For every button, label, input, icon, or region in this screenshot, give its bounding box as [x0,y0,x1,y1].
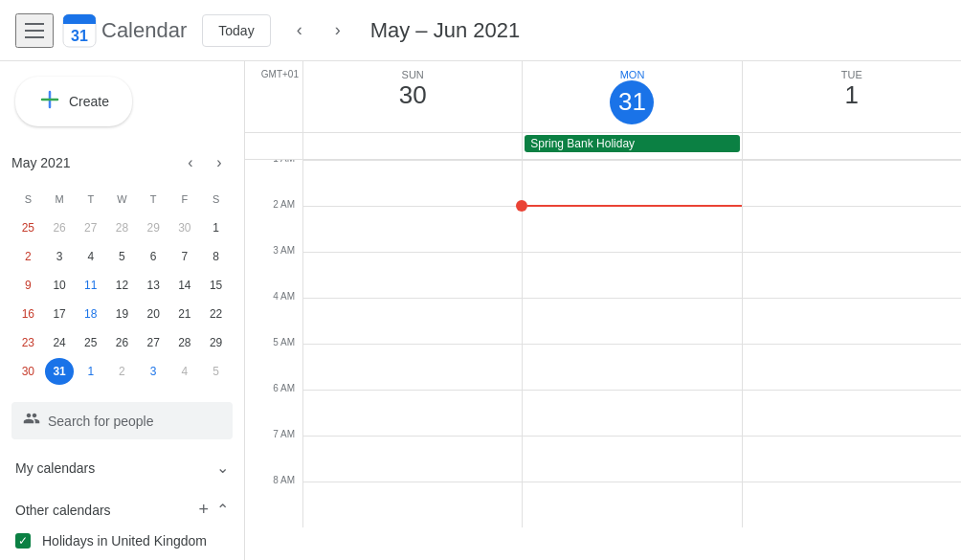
day-header-mon: MON 31 [522,61,741,132]
mini-cal-day[interactable]: 29 [139,214,168,241]
mini-cal-weekday: W [107,186,137,213]
mini-cal-day[interactable]: 7 [170,243,200,270]
mini-cal-day[interactable]: 27 [139,329,168,356]
mini-cal-day[interactable]: 6 [139,243,168,270]
prev-button[interactable]: ‹ [282,13,317,48]
mini-cal-day[interactable]: 18 [76,301,105,327]
search-people[interactable]: Search for people [11,402,233,439]
menu-button[interactable] [15,13,54,48]
mini-cal-day[interactable]: 5 [107,243,137,270]
day-header-tue: TUE 1 [742,61,961,132]
day-num-sun: 30 [303,80,522,110]
mini-cal-day[interactable]: 14 [170,272,200,299]
mini-cal-day[interactable]: 1 [201,214,231,241]
time-cell[interactable] [522,390,741,436]
mini-cal-day[interactable]: 4 [76,243,105,270]
time-cell[interactable] [302,482,522,527]
other-calendars-header[interactable]: Other calendars + ⌃ [0,492,244,527]
mini-cal-day[interactable]: 15 [201,272,231,299]
mini-cal-day[interactable]: 20 [139,301,168,327]
time-cell[interactable] [302,390,522,436]
mini-cal-next[interactable]: › [206,149,233,176]
allday-cell-tue [742,133,961,159]
time-cell[interactable] [742,436,961,482]
mini-cal-day[interactable]: 26 [107,329,137,356]
calendar-main: GMT+01 SUN 30 MON 31 TUE 1 Spring Bank H… [245,61,961,560]
time-cell[interactable] [742,252,961,298]
mini-cal-day[interactable]: 29 [201,329,231,356]
time-cell[interactable] [742,482,961,527]
create-label: Create [69,94,109,109]
mini-cal-day[interactable]: 30 [170,214,200,241]
mini-cal-day[interactable]: 25 [76,329,105,356]
mini-cal-day[interactable]: 27 [76,214,105,241]
mini-cal-day[interactable]: 22 [201,301,231,327]
add-other-calendar-button[interactable]: + [198,500,209,520]
people-icon-svg [23,410,40,427]
mini-cal-prev[interactable]: ‹ [177,149,204,176]
mini-cal-day[interactable]: 31 [45,358,75,385]
time-cell[interactable] [742,206,961,252]
time-cell[interactable] [302,298,522,344]
time-cell[interactable] [522,206,741,252]
time-cell[interactable] [522,160,741,206]
allday-cell-sun [302,133,522,159]
mini-cal-day[interactable]: 25 [13,214,43,241]
mini-cal-day[interactable]: 13 [139,272,168,299]
mini-cal-day[interactable]: 4 [170,358,200,385]
mini-cal-day[interactable]: 17 [45,301,75,327]
hamburger-line [25,30,44,32]
mini-cal-day[interactable]: 3 [139,358,168,385]
mini-cal-day[interactable]: 11 [76,272,105,299]
time-cell[interactable] [302,160,522,206]
mini-cal-week-row: 16171819202122 [13,301,231,327]
time-label: 7 AM [245,429,302,482]
time-label: 4 AM [245,291,302,344]
time-cell[interactable] [742,160,961,206]
mini-cal-day[interactable]: 19 [107,301,137,327]
mini-cal-day[interactable]: 21 [170,301,200,327]
mini-cal-day[interactable]: 16 [13,301,43,327]
holidays-checkbox[interactable]: ✓ [15,533,31,549]
time-cell[interactable] [742,390,961,436]
time-cell[interactable] [742,344,961,390]
mini-cal-day[interactable]: 5 [201,358,231,385]
mini-cal-day[interactable]: 23 [13,329,43,356]
time-cell[interactable] [302,206,522,252]
time-cell[interactable] [742,298,961,344]
mini-cal-day[interactable]: 30 [13,358,43,385]
logo-text: Calendar [101,18,187,43]
day-headers: GMT+01 SUN 30 MON 31 TUE 1 [245,61,961,133]
time-cell[interactable] [522,298,741,344]
time-cell[interactable] [522,252,741,298]
today-button[interactable]: Today [202,14,270,47]
time-cell[interactable] [522,436,741,482]
mini-cal-nav: ‹ › [177,149,233,176]
mini-cal-day[interactable]: 28 [170,329,200,356]
main-layout: Create May 2021 ‹ › SMTWTFS 252627282930… [0,61,961,560]
time-cell[interactable] [522,482,741,527]
mini-cal-day[interactable]: 9 [13,272,43,299]
mini-cal-day[interactable]: 24 [45,329,75,356]
holidays-calendar-item[interactable]: ✓ Holidays in United Kingdom [0,527,244,554]
time-cell[interactable] [302,344,522,390]
nav-arrows: ‹ › [282,13,355,48]
spring-bank-holiday-event[interactable]: Spring Bank Holiday [525,135,739,152]
mini-cal-day[interactable]: 26 [45,214,75,241]
mini-cal-day[interactable]: 2 [107,358,137,385]
mini-cal-day[interactable]: 1 [76,358,105,385]
next-button[interactable]: › [321,13,355,48]
time-cell[interactable] [302,436,522,482]
time-cell[interactable] [522,344,741,390]
mini-cal-day[interactable]: 28 [107,214,137,241]
my-calendars-header[interactable]: My calendars ⌄ [0,451,244,484]
date-range: May – Jun 2021 [370,18,521,43]
create-button[interactable]: Create [15,77,132,126]
mini-cal-day[interactable]: 8 [201,243,231,270]
time-cell[interactable] [302,252,522,298]
mini-cal-day[interactable]: 10 [45,272,75,299]
mini-cal-day[interactable]: 3 [45,243,75,270]
mini-cal-day[interactable]: 2 [13,243,43,270]
time-label: 5 AM [245,337,302,390]
mini-cal-day[interactable]: 12 [107,272,137,299]
